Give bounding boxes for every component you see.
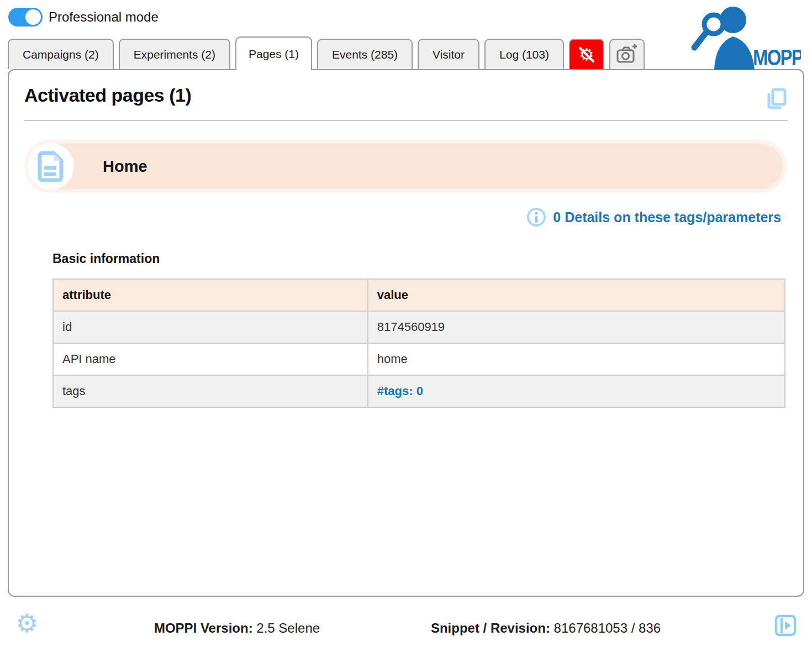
tab-visitor-label: Visitor — [433, 48, 465, 61]
pages-panel: Activated pages (1) Home 0 Details o — [8, 69, 804, 597]
copy-button[interactable] — [766, 88, 788, 113]
attr-api-name: API name — [53, 343, 368, 375]
tab-events-label: Events (285) — [332, 48, 398, 61]
settings-gear-button[interactable]: ⚙ — [15, 611, 38, 636]
table-row: tags #tags: 0 — [53, 375, 785, 407]
professional-mode-label: Professional mode — [49, 9, 159, 25]
toggle-knob — [25, 9, 41, 25]
value-id: 8174560919 — [368, 311, 785, 343]
document-icon — [38, 151, 64, 182]
tab-screenshot[interactable] — [609, 39, 645, 69]
page-item-name: Home — [103, 157, 147, 176]
tab-events[interactable]: Events (285) — [317, 39, 413, 69]
value-tags-link[interactable]: #tags: 0 — [368, 375, 785, 407]
copy-icon — [766, 88, 788, 111]
tab-experiments-label: Experiments (2) — [134, 48, 215, 61]
page-item-home[interactable]: Home — [24, 140, 787, 193]
header-attribute: attribute — [53, 279, 368, 311]
sidebar-expand-icon — [774, 614, 797, 637]
version-label: MOPPI Version: — [154, 621, 253, 635]
logo-text: MOPPI — [753, 45, 801, 70]
table-row: id 8174560919 — [53, 311, 785, 343]
attr-tags: tags — [53, 375, 368, 407]
professional-mode-toggle[interactable] — [8, 8, 43, 27]
page-item-icon-circle — [28, 143, 74, 190]
moppi-logo: MOPPI — [682, 3, 801, 70]
tab-log[interactable]: Log (103) — [484, 39, 564, 69]
version-value: 2.5 Selene — [256, 621, 320, 635]
snippet-value: 8167681053 / 836 — [554, 621, 661, 635]
tab-visitor[interactable]: Visitor — [418, 39, 479, 69]
table-row: API name home — [53, 343, 785, 375]
snippet-info: Snippet / Revision: 8167681053 / 836 — [431, 621, 661, 636]
moppi-mascot — [694, 7, 755, 70]
info-icon — [526, 207, 546, 227]
tab-disable-tracking[interactable]: ⚙ — [569, 39, 604, 69]
open-sidebar-button[interactable] — [774, 614, 797, 639]
basic-information-title: Basic information — [52, 251, 803, 266]
details-tags-link[interactable]: 0 Details on these tags/parameters — [553, 209, 781, 225]
tab-bar: Campaigns (2) Experiments (2) Pages (1) … — [8, 36, 645, 69]
basic-information-table: attribute value id 8174560919 API name h… — [52, 278, 785, 408]
tab-experiments[interactable]: Experiments (2) — [119, 39, 230, 69]
version-info: MOPPI Version: 2.5 Selene — [154, 621, 320, 636]
tab-campaigns[interactable]: Campaigns (2) — [8, 39, 114, 69]
tab-log-label: Log (103) — [499, 48, 549, 61]
title-divider — [24, 120, 788, 121]
tab-campaigns-label: Campaigns (2) — [23, 48, 99, 61]
tab-pages-label: Pages (1) — [249, 48, 299, 61]
attr-id: id — [53, 311, 368, 343]
camera-plus-icon — [615, 43, 639, 66]
header-value: value — [368, 279, 785, 311]
tab-pages[interactable]: Pages (1) — [235, 36, 312, 70]
magnifier-icon — [704, 15, 723, 34]
details-row: 0 Details on these tags/parameters — [9, 207, 781, 227]
table-header-row: attribute value — [53, 279, 785, 311]
professional-mode-row: Professional mode — [8, 8, 159, 27]
value-api-name: home — [368, 343, 785, 375]
snippet-label: Snippet / Revision: — [431, 621, 550, 635]
page-title: Activated pages (1) — [24, 85, 191, 106]
